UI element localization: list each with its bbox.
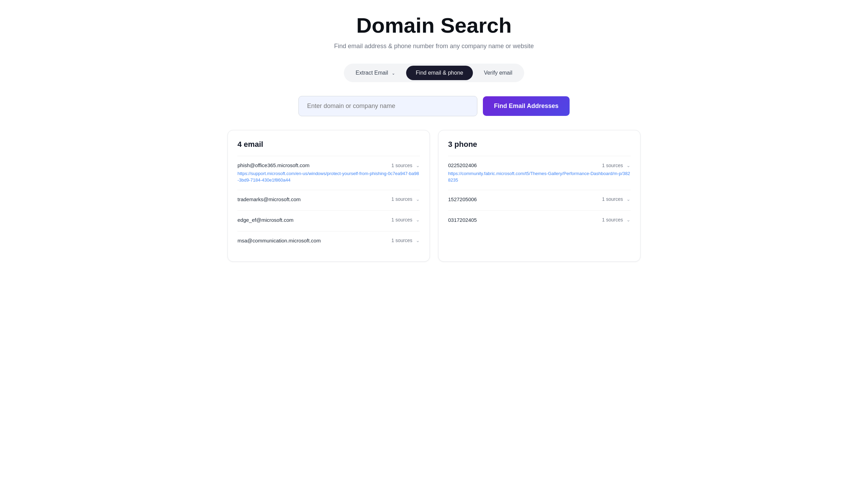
email-item-3: edge_ef@microsoft.com 1 sources ⌄ [237,210,420,231]
email-item-1-link[interactable]: https://support.microsoft.com/en-us/wind… [237,171,419,183]
phone-item-1: 0225202406 1 sources ⌄ https://community… [448,156,631,189]
phone-item-1-link[interactable]: https://community.fabric.microsoft.com/t… [448,171,630,183]
phone-results-card: 3 phone 0225202406 1 sources ⌄ https://c… [438,130,641,261]
email-item-4-header: msa@communication.microsoft.com 1 source… [237,238,420,243]
phone-item-3-value: 0317202405 [448,217,477,223]
email-item-3-value: edge_ef@microsoft.com [237,217,294,223]
phone-item-3-meta: 1 sources ⌄ [602,217,631,222]
tab-find-email-phone[interactable]: Find email & phone [406,66,473,80]
phone-item-2-meta: 1 sources ⌄ [602,196,631,202]
email-item-4-sources: 1 sources [391,238,412,243]
chevron-down-icon[interactable]: ⌄ [416,238,420,243]
email-item-1-meta: 1 sources ⌄ [391,163,420,168]
domain-search-input[interactable]: microsoft.com [298,96,477,116]
tab-bar: Extract Email ⌄ Find email & phone Verif… [227,64,641,82]
phone-item-1-value: 0225202406 [448,162,477,168]
email-item-1-value: phish@office365.microsoft.com [237,162,309,168]
tab-verify-email-label: Verify email [484,70,512,76]
phone-item-1-header: 0225202406 1 sources ⌄ [448,162,631,168]
find-email-addresses-button[interactable]: Find Email Addresses [483,96,569,116]
tab-verify-email[interactable]: Verify email [474,66,522,80]
find-btn-label: Find Email Addresses [494,102,558,109]
page-wrapper: Domain Search Find email address & phone… [227,14,641,262]
email-item-1-sources: 1 sources [391,163,412,168]
chevron-down-icon[interactable]: ⌄ [416,196,420,202]
phone-item-3: 0317202405 1 sources ⌄ [448,210,631,231]
phone-item-1-meta: 1 sources ⌄ [602,163,631,168]
chevron-down-icon[interactable]: ⌄ [626,196,631,202]
phone-item-2: 1527205006 1 sources ⌄ [448,190,631,210]
email-item-4: msa@communication.microsoft.com 1 source… [237,231,420,252]
email-item-2-meta: 1 sources ⌄ [391,196,420,202]
phone-item-3-header: 0317202405 1 sources ⌄ [448,217,631,223]
email-item-3-meta: 1 sources ⌄ [391,217,420,222]
email-item-3-sources: 1 sources [391,217,412,222]
email-item-2-value: trademarks@microsoft.com [237,196,301,202]
search-section: microsoft.com Find Email Addresses [227,96,641,116]
tab-find-email-phone-label: Find email & phone [416,70,463,76]
chevron-down-icon[interactable]: ⌄ [626,217,631,222]
email-item-3-header: edge_ef@microsoft.com 1 sources ⌄ [237,217,420,223]
email-results-card: 4 email phish@office365.microsoft.com 1 … [227,130,430,261]
header-section: Domain Search Find email address & phone… [227,14,641,50]
email-item-4-value: msa@communication.microsoft.com [237,238,321,243]
tab-container: Extract Email ⌄ Find email & phone Verif… [344,64,524,82]
chevron-down-icon[interactable]: ⌄ [626,163,631,168]
chevron-down-icon[interactable]: ⌄ [416,163,420,168]
phone-item-1-sources: 1 sources [602,163,623,168]
tab-extract-email-label: Extract Email [356,70,388,76]
email-item-2: trademarks@microsoft.com 1 sources ⌄ [237,190,420,210]
email-item-2-sources: 1 sources [391,196,412,202]
page-subtitle: Find email address & phone number from a… [227,43,641,50]
phone-item-2-header: 1527205006 1 sources ⌄ [448,196,631,202]
phone-item-2-sources: 1 sources [602,196,623,202]
email-item-2-header: trademarks@microsoft.com 1 sources ⌄ [237,196,420,202]
page-title: Domain Search [227,14,641,37]
phone-item-3-sources: 1 sources [602,217,623,222]
email-item-1: phish@office365.microsoft.com 1 sources … [237,156,420,189]
results-grid: 4 email phish@office365.microsoft.com 1 … [227,130,641,261]
chevron-down-icon: ⌄ [392,71,395,76]
email-item-1-header: phish@office365.microsoft.com 1 sources … [237,162,420,168]
phone-results-title: 3 phone [448,140,631,149]
email-item-4-meta: 1 sources ⌄ [391,238,420,243]
chevron-down-icon[interactable]: ⌄ [416,217,420,222]
email-results-title: 4 email [237,140,420,149]
phone-item-2-value: 1527205006 [448,196,477,202]
tab-extract-email[interactable]: Extract Email ⌄ [346,66,405,80]
